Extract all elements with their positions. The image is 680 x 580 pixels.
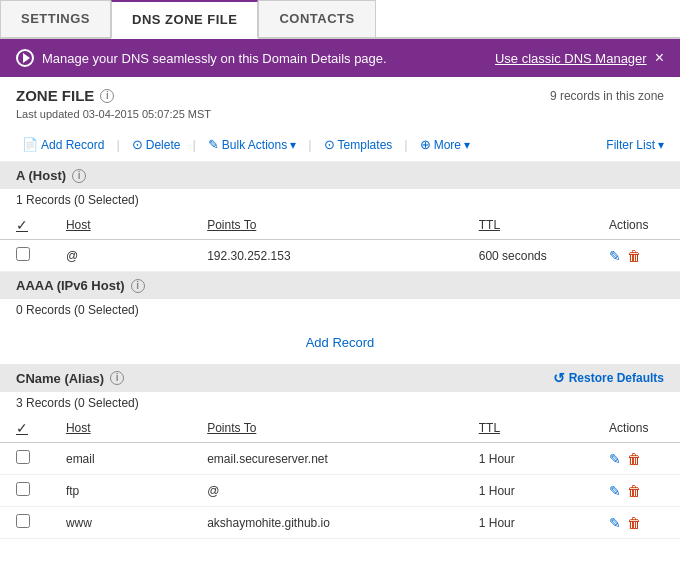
sep1: | [116, 137, 119, 152]
cname-row-1-edit-icon[interactable]: ✎ [609, 483, 621, 499]
section-a-count: 1 Records (0 Selected) [0, 189, 680, 211]
cname-row-0-host: email [50, 443, 191, 475]
more-chevron: ▾ [464, 138, 470, 152]
a-row-0-checkbox[interactable] [16, 247, 30, 261]
a-ttl-header[interactable]: TTL [463, 211, 593, 240]
dns-banner: Manage your DNS seamlessly on this Domai… [0, 39, 680, 77]
a-check-all[interactable]: ✓ [16, 217, 28, 233]
play-triangle-icon [23, 53, 30, 63]
table-row: @ 192.30.252.153 600 seconds ✎ 🗑 [0, 240, 680, 272]
zone-info-icon[interactable]: i [100, 89, 114, 103]
section-cname-header: CName (Alias) i ↺ Restore Defaults [0, 364, 680, 392]
filter-list-label: Filter List [606, 138, 655, 152]
a-row-0-delete-icon[interactable]: 🗑 [627, 248, 641, 264]
section-aaaa-header: AAAA (IPv6 Host) i [0, 272, 680, 299]
cname-row-0-checkbox[interactable] [16, 450, 30, 464]
a-actions-header: Actions [593, 211, 680, 240]
banner-right: Use classic DNS Manager × [495, 49, 664, 67]
cname-row-2-edit-icon[interactable]: ✎ [609, 515, 621, 531]
cname-row-2-checkbox[interactable] [16, 514, 30, 528]
section-a-info-icon[interactable]: i [72, 169, 86, 183]
templates-circle-icon: ⊙ [324, 137, 335, 152]
aaaa-add-record-area: Add Record [0, 321, 680, 364]
a-row-0-edit-icon[interactable]: ✎ [609, 248, 621, 264]
section-a-title-area: A (Host) i [16, 168, 86, 183]
tab-dns-zone-file[interactable]: DNS ZONE FILE [111, 0, 258, 39]
section-cname: CName (Alias) i ↺ Restore Defaults 3 Rec… [0, 364, 680, 539]
table-row: email email.secureserver.net 1 Hour ✎ 🗑 [0, 443, 680, 475]
more-label: More [434, 138, 461, 152]
cname-check-header: ✓ [0, 414, 50, 443]
section-cname-title-area: CName (Alias) i [16, 371, 124, 386]
section-aaaa-title: AAAA (IPv6 Host) [16, 278, 125, 293]
restore-defaults-label: Restore Defaults [569, 371, 664, 385]
section-a-title: A (Host) [16, 168, 66, 183]
cname-row-0-actions: ✎ 🗑 [593, 443, 680, 475]
add-record-button[interactable]: 📄 Add Record [16, 134, 110, 155]
play-circle-icon [16, 49, 34, 67]
cname-row-0-points: email.secureserver.net [191, 443, 463, 475]
filter-list-button[interactable]: Filter List ▾ [606, 138, 664, 152]
classic-dns-link[interactable]: Use classic DNS Manager [495, 51, 647, 66]
more-plus-icon: ⊕ [420, 137, 431, 152]
cname-check-all[interactable]: ✓ [16, 420, 28, 436]
cname-row-2-host: www [50, 507, 191, 539]
a-row-0-actions: ✎ 🗑 [593, 240, 680, 272]
a-points-header[interactable]: Points To [191, 211, 463, 240]
add-record-doc-icon: 📄 [22, 137, 38, 152]
bulk-actions-chevron: ▾ [290, 138, 296, 152]
a-row-0-check [0, 240, 50, 272]
cname-header-row: ✓ Host Points To TTL Actions [0, 414, 680, 443]
section-cname-title: CName (Alias) [16, 371, 104, 386]
a-row-0-host: @ [50, 240, 191, 272]
section-a-header: A (Host) i [0, 162, 680, 189]
a-host-header[interactable]: Host [50, 211, 191, 240]
banner-close-button[interactable]: × [655, 49, 664, 67]
section-cname-info-icon[interactable]: i [110, 371, 124, 385]
a-check-header: ✓ [0, 211, 50, 240]
zone-last-updated: Last updated 03-04-2015 05:07:25 MST [0, 108, 680, 128]
zone-record-count: 9 records in this zone [550, 89, 664, 103]
tab-contacts[interactable]: CONTACTS [258, 0, 375, 37]
cname-actions-header: Actions [593, 414, 680, 443]
cname-row-1-checkbox[interactable] [16, 482, 30, 496]
tab-settings[interactable]: SETTINGS [0, 0, 111, 37]
banner-left: Manage your DNS seamlessly on this Domai… [16, 49, 387, 67]
a-row-0-ttl: 600 seconds [463, 240, 593, 272]
bulk-actions-label: Bulk Actions [222, 138, 287, 152]
cname-row-1-check [0, 475, 50, 507]
zone-title-area: ZONE FILE i [16, 87, 114, 104]
cname-row-1-delete-icon[interactable]: 🗑 [627, 483, 641, 499]
bulk-actions-edit-icon: ✎ [208, 137, 219, 152]
cname-row-1-ttl: 1 Hour [463, 475, 593, 507]
cname-row-1-action-icons: ✎ 🗑 [609, 483, 664, 499]
a-row-0-points: 192.30.252.153 [191, 240, 463, 272]
cname-row-2-delete-icon[interactable]: 🗑 [627, 515, 641, 531]
cname-row-1-actions: ✎ 🗑 [593, 475, 680, 507]
cname-row-0-check [0, 443, 50, 475]
cname-row-2-points: akshaymohite.github.io [191, 507, 463, 539]
cname-host-header[interactable]: Host [50, 414, 191, 443]
delete-button[interactable]: ⊙ Delete [126, 134, 187, 155]
table-row: ftp @ 1 Hour ✎ 🗑 [0, 475, 680, 507]
bulk-actions-button[interactable]: ✎ Bulk Actions ▾ [202, 134, 302, 155]
cname-row-0-edit-icon[interactable]: ✎ [609, 451, 621, 467]
aaaa-add-record-link[interactable]: Add Record [306, 335, 375, 350]
banner-message: Manage your DNS seamlessly on this Domai… [42, 51, 387, 66]
section-aaaa-title-area: AAAA (IPv6 Host) i [16, 278, 145, 293]
restore-defaults-button[interactable]: ↺ Restore Defaults [553, 370, 664, 386]
table-row: www akshaymohite.github.io 1 Hour ✎ 🗑 [0, 507, 680, 539]
section-cname-count: 3 Records (0 Selected) [0, 392, 680, 414]
section-cname-table: ✓ Host Points To TTL Actions email email… [0, 414, 680, 539]
cname-ttl-header[interactable]: TTL [463, 414, 593, 443]
templates-label: Templates [338, 138, 393, 152]
zone-file-title: ZONE FILE [16, 87, 94, 104]
cname-row-0-delete-icon[interactable]: 🗑 [627, 451, 641, 467]
cname-row-2-check [0, 507, 50, 539]
section-aaaa-info-icon[interactable]: i [131, 279, 145, 293]
cname-points-header[interactable]: Points To [191, 414, 463, 443]
more-button[interactable]: ⊕ More ▾ [414, 134, 476, 155]
templates-button[interactable]: ⊙ Templates [318, 134, 399, 155]
section-a-table: ✓ Host Points To TTL Actions @ 192.30.25… [0, 211, 680, 272]
filter-chevron: ▾ [658, 138, 664, 152]
